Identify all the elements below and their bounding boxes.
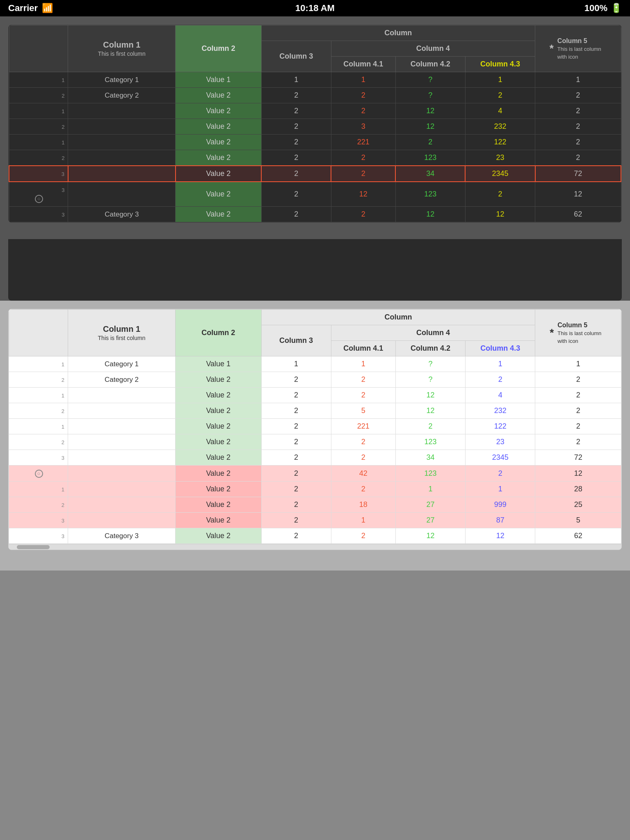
col4-span-header: Column 4 [331,41,535,57]
col42-cell: 34 [395,450,465,466]
col41-cell: 2 [331,103,395,119]
col2-cell: Value 2 [175,434,261,450]
col3-cell: 2 [261,528,331,544]
col2-cell: Value 2 [175,513,261,528]
category-cell [68,103,176,119]
col5-text: Column 5 This is last column with icon [557,37,607,61]
col5-cell: 2 [535,419,621,434]
col1-header: Column 1 This is first column [68,25,176,72]
col-span-header: Column [261,25,535,41]
light-col5-header: * Column 5 This is last column with icon [535,310,621,356]
dark-table-header: Column 1 This is first column Column 2 C… [9,25,621,72]
col2-cell: Value 2 [176,182,261,207]
col5-cell: 2 [535,119,621,135]
table-row: 3Category 3Value 222121262 [9,528,621,544]
col5-cell: 62 [535,207,621,222]
category-cell [68,150,176,166]
col2-cell: Value 2 [176,150,261,166]
row-label-cell: 2 [9,150,68,166]
col3-cell: 2 [261,513,331,528]
col43-cell: 1 [466,482,535,497]
col42-header: Column 4.2 [395,57,465,72]
col42-cell: 1 [395,482,465,497]
table-row: 2Category 2Value 222?22 [9,88,621,103]
col43-header: Column 4.3 [465,57,535,72]
light-col1-main-label: Column 1 [72,324,171,334]
col3-cell: 2 [261,450,331,466]
col42-cell: 27 [395,513,465,528]
col2-cell: Value 2 [176,119,261,135]
col3-cell: 2 [261,403,331,419]
light-col5-text: Column 5 This is last column with icon [557,321,607,345]
col2-cell: Value 2 [175,466,261,482]
col43-cell: 4 [465,103,535,119]
col43-cell: 2 [466,372,535,388]
table-row: 1Category 1Value 111?11 [9,356,621,372]
row-label-cell: 2 [9,403,68,419]
col41-cell: 1 [331,513,395,528]
col5-cell: 2 [535,434,621,450]
category-cell [68,466,176,482]
col5-asterisk: * [550,42,554,55]
col42-cell: 12 [395,119,465,135]
col5-cell: 2 [535,88,621,103]
col5-cell: 12 [535,466,621,482]
row-label-cell: 2 [9,434,68,450]
col43-cell: 1 [465,72,535,88]
category-cell: Category 3 [68,528,176,544]
col41-cell: 1 [331,72,395,88]
light-col1-sub-label: This is first column [72,335,171,341]
table-row: 2Value 22182799925 [9,497,621,513]
col43-cell: 122 [466,419,535,434]
category-cell [68,135,176,150]
col3-cell: 2 [261,182,331,207]
col1-sub-label: This is first column [72,50,171,57]
col41-cell: 12 [331,182,395,207]
dark-table-wrapper[interactable]: Column 1 This is first column Column 2 C… [9,25,621,222]
row-label-cell: 3○ [9,182,68,207]
scroll-thumb[interactable] [17,545,50,549]
col2-cell: Value 2 [175,450,261,466]
col42-cell: 123 [395,466,465,482]
col41-cell: 2 [331,482,395,497]
row-label-cell: 1 [9,356,68,372]
table-row: 3Value 22234234572 [9,450,621,466]
col42-cell: 2 [395,135,465,150]
col3-cell: 1 [261,356,331,372]
table-row: 1Value 2221128 [9,482,621,497]
category-cell [68,182,176,207]
col43-cell: 999 [466,497,535,513]
light-table-header: Column 1 This is first column Column 2 C… [9,310,621,356]
category-cell: Category 1 [68,356,176,372]
col5-cell: 1 [535,72,621,88]
col1-main-label: Column 1 [72,40,171,50]
col3-cell: 2 [261,497,331,513]
col5-cell: 2 [535,372,621,388]
col42-cell: 123 [395,182,465,207]
category-cell [68,403,176,419]
col42-cell: 27 [395,497,465,513]
col41-cell: 1 [331,356,395,372]
col41-cell: 3 [331,119,395,135]
dark-table-panel: Column 1 This is first column Column 2 C… [8,25,622,223]
col2-cell: Value 2 [176,103,261,119]
light-col42-header: Column 4.2 [395,341,465,356]
col41-cell: 2 [331,372,395,388]
row-label-cell: 2 [9,372,68,388]
col2-cell: Value 2 [176,135,261,150]
row-label-cell: 1 [9,419,68,434]
light-table-wrapper[interactable]: Column 1 This is first column Column 2 C… [9,309,621,544]
dark-table: Column 1 This is first column Column 2 C… [9,25,621,222]
table-row: 1Value 2222121222 [9,419,621,434]
col42-cell: 12 [395,103,465,119]
category-cell [68,482,176,497]
col43-cell: 4 [466,388,535,403]
col3-cell: 2 [261,166,331,182]
light-col4-span-header: Column 4 [331,325,535,341]
row-label-cell: 3 [9,207,68,222]
category-cell [68,419,176,434]
col42-cell: ? [395,88,465,103]
scroll-bar-area[interactable] [9,544,621,550]
row-label-cell: 3 [9,513,68,528]
col5-cell: 28 [535,482,621,497]
